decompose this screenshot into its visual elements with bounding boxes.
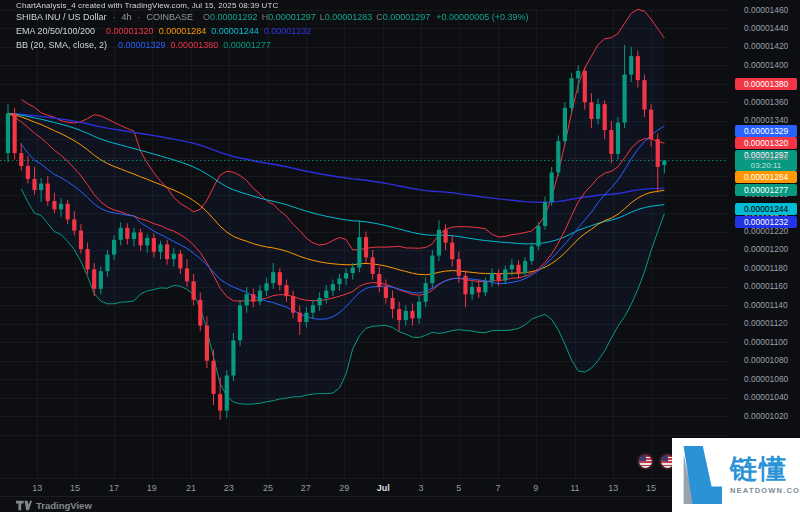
time-tick-label: 23 <box>224 483 234 493</box>
price-tick-label: 0.00001300 <box>744 152 788 163</box>
neatdown-watermark: 链懂 NEATDOWN.COM <box>672 438 800 512</box>
price-tick-label: 0.00001460 <box>744 5 788 16</box>
indicator-price-badge: 0.00001320 <box>735 137 797 149</box>
attribution-text: ChartAnalysis_4 created with TradingView… <box>16 0 278 11</box>
time-tick-label: 25 <box>263 483 273 493</box>
bb-indicator-title: BB (20, SMA, close, 2) <box>16 40 107 50</box>
price-tick-label: 0.00001440 <box>744 23 788 34</box>
legend-ema-row[interactable]: EMA 20/50/100/200 0.000013200.000012840.… <box>16 26 311 36</box>
legend-symbol-row[interactable]: SHIBA INU / US Dollar · 4h · COINBASE O0… <box>16 12 528 22</box>
tradingview-logo[interactable]: TradingView <box>16 500 92 511</box>
time-tick-label: 9 <box>533 483 538 493</box>
price-tick-label: 0.00001140 <box>744 300 788 311</box>
time-tick-label: 21 <box>186 483 196 493</box>
price-tick-label: 0.00001120 <box>744 318 788 329</box>
time-tick-label: 17 <box>109 483 119 493</box>
ohlc-value: 0.00001292 <box>210 12 258 22</box>
price-tick-label: 0.00001080 <box>744 355 788 366</box>
indicator-price-badge: 0.00001277 <box>735 184 797 196</box>
time-tick-label: 29 <box>339 483 349 493</box>
indicator-price-badge: 0.00001380 <box>735 78 797 90</box>
indicator-price-badge: 0.00001329 <box>735 125 797 137</box>
separator: · <box>138 12 141 22</box>
time-tick-label: 27 <box>301 483 311 493</box>
ema-indicator-title: EMA 20/50/100/200 <box>16 26 95 36</box>
indicator-price-badge: 0.00001244 <box>735 203 797 215</box>
time-tick-label: 15 <box>70 483 80 493</box>
tradingview-brand-text: TradingView <box>36 500 92 511</box>
time-tick-label: 7 <box>495 483 500 493</box>
time-tick-label: 3 <box>419 483 424 493</box>
price-tick-label: 0.00001180 <box>744 263 788 274</box>
price-tick-label: 0.00001100 <box>744 337 788 348</box>
bb-value: 0.00001380 <box>171 40 219 50</box>
tradingview-chart-snapshot: ChartAnalysis_4 created with TradingView… <box>0 0 800 512</box>
watermark-domain-text: NEATDOWN.COM <box>730 486 800 495</box>
ema-value: 0.00001284 <box>159 26 207 36</box>
ohlc-value: 0.00001283 <box>325 12 373 22</box>
bb-values: 0.000013290.000013800.00001277 <box>113 40 271 50</box>
ohlc-value: 0.00001297 <box>383 12 431 22</box>
price-tick-label: 0.00001160 <box>744 281 788 292</box>
symbol-title: SHIBA INU / US Dollar <box>16 12 107 22</box>
change-value: +0.00000005 (+0.39%) <box>436 12 528 22</box>
time-tick-label: 13 <box>608 483 618 493</box>
indicator-price-badge: 0.00001232 <box>735 216 797 228</box>
price-tick-label: 0.00001400 <box>744 60 788 71</box>
ema-values: 0.000013200.000012840.000012440.00001232 <box>101 26 311 36</box>
bb-value: 0.00001329 <box>118 40 166 50</box>
ohlc-value: 0.00001297 <box>268 12 316 22</box>
separator: · <box>113 12 116 22</box>
price-tick-label: 0.00001360 <box>744 97 788 108</box>
candlestick-chart-canvas[interactable] <box>0 0 728 478</box>
time-tick-label: 13 <box>32 483 42 493</box>
indicator-price-badge: 0.00001284 <box>735 171 797 183</box>
price-tick-label: 0.00001060 <box>744 374 788 385</box>
bb-value: 0.00001277 <box>223 40 271 50</box>
price-tick-label: 0.00001020 <box>744 411 788 422</box>
ema-value: 0.00001244 <box>211 26 259 36</box>
ema-value: 0.00001232 <box>264 26 312 36</box>
time-tick-label: 15 <box>646 483 656 493</box>
time-tick-label: Jul <box>377 483 390 493</box>
price-scale[interactable]: 0.00001297 03:20:11 0.000014600.00001440… <box>728 0 800 478</box>
watermark-cn-text: 链懂 <box>730 455 800 483</box>
legend-bb-row[interactable]: BB (20, SMA, close, 2) 0.000013290.00001… <box>16 40 271 50</box>
tradingview-logo-icon <box>16 500 32 511</box>
ohlc-values: O0.00001292H0.00001297L0.00001283C0.0000… <box>199 12 430 22</box>
price-tick-label: 0.00001420 <box>744 41 788 52</box>
time-tick-label: 19 <box>147 483 157 493</box>
exchange-label: COINBASE <box>147 12 194 22</box>
time-tick-label: 5 <box>456 483 461 493</box>
ema-value: 0.00001320 <box>106 26 154 36</box>
price-tick-label: 0.00001040 <box>744 392 788 403</box>
interval-label[interactable]: 4h <box>122 12 132 22</box>
time-tick-label: 11 <box>570 483 579 493</box>
neatdown-logo-icon <box>682 446 722 504</box>
price-tick-label: 0.00001200 <box>744 244 788 255</box>
time-axis[interactable]: 131517192123252729Jul3579111315 <box>0 478 728 497</box>
